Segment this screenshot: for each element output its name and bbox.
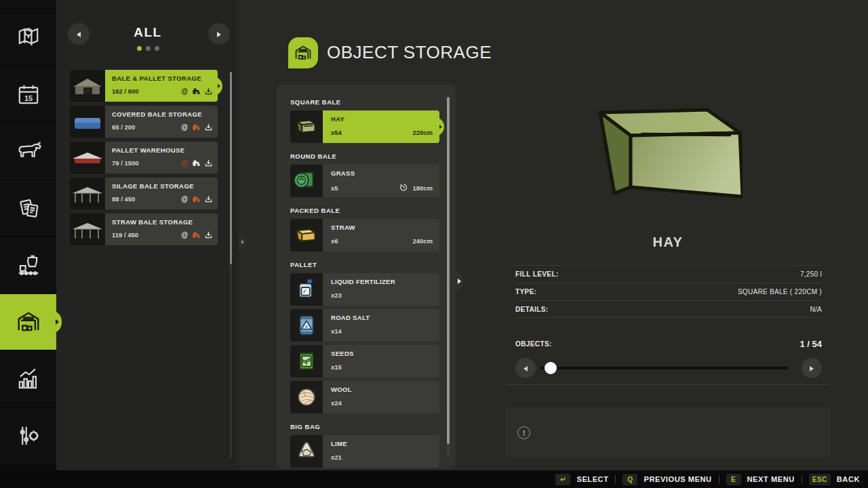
production-icon: [14, 250, 43, 280]
stored-object-item[interactable]: WOOLx24: [290, 381, 439, 413]
key-hint: QPREVIOUS MENU: [623, 474, 711, 485]
keycap: Q: [623, 474, 637, 485]
stored-object-item[interactable]: SEEDSx15: [290, 345, 439, 378]
section-label: PALLET: [290, 261, 456, 268]
objects-row: OBJECTS: 1 / 54: [515, 339, 822, 349]
building-thumbnail: [70, 142, 105, 174]
sidebar-item-settings[interactable]: [0, 408, 56, 464]
next-category-button[interactable]: [208, 23, 230, 45]
slider-next-button[interactable]: [802, 358, 822, 378]
detail-value: N/A: [810, 306, 822, 313]
separator: [505, 384, 831, 385]
building-thumbnail: [70, 178, 105, 209]
hint-divider: [802, 475, 802, 484]
tractor-icon: [192, 195, 201, 203]
hint-divider: [719, 475, 719, 484]
building-name: BALE & PALLET STORAGE: [112, 75, 212, 82]
stored-object-item[interactable]: STRAWx6240cm: [290, 219, 439, 251]
sidebar-item-statistics[interactable]: [0, 351, 56, 407]
building-name: SILAGE BALE STORAGE: [112, 182, 212, 190]
sidebar-item-contracts[interactable]: [0, 180, 56, 236]
sidebar: 15: [0, 0, 56, 470]
objects-scrollbar[interactable]: [447, 97, 450, 456]
object-count: x23: [331, 291, 342, 299]
object-name: STRAW: [331, 224, 433, 231]
unload-icon: [205, 195, 212, 203]
hay-bale-image: [593, 107, 743, 202]
stored-object-item[interactable]: HAYx54220cm: [290, 110, 439, 143]
tractor-icon: [192, 87, 201, 95]
unload-icon: [205, 87, 212, 95]
building-capacity: 65 / 200: [112, 123, 135, 131]
sidebar-item-calendar[interactable]: 15: [0, 66, 56, 122]
storage-building-item[interactable]: BALE & PALLET STORAGE162 / 600@: [70, 70, 218, 102]
slider-prev-button[interactable]: [515, 358, 536, 378]
object-count: x54: [331, 129, 342, 136]
alert-icon: !: [517, 426, 530, 439]
stored-object-item[interactable]: ROAD SALTx14: [290, 309, 439, 342]
stored-object-item[interactable]: LIMEx21: [290, 435, 439, 468]
info-box: !: [505, 407, 831, 458]
objects-count: 1 / 54: [800, 339, 822, 349]
page-dot: [137, 46, 142, 51]
sidebar-item-production[interactable]: [0, 237, 56, 293]
page-dot: [146, 46, 151, 51]
tag-icon: @: [181, 232, 188, 239]
unload-icon: [205, 123, 212, 131]
page-dot: [155, 46, 159, 51]
storage-building-item[interactable]: STRAW BALE STORAGE119 / 450@: [70, 214, 218, 245]
object-count: x14: [331, 327, 342, 335]
expand-panel-arrow[interactable]: [455, 272, 463, 291]
slider-thumb[interactable]: [545, 362, 557, 374]
building-capacity: 79 / 1500: [112, 159, 139, 167]
key-hint-label: NEXT MENU: [747, 475, 795, 483]
calendar-icon: 15: [14, 79, 43, 109]
storage-building-item[interactable]: SILAGE BALE STORAGE88 / 450@: [70, 178, 218, 209]
keycap: E: [726, 474, 741, 485]
selected-notch: [435, 117, 444, 136]
tag-icon: @: [181, 160, 188, 167]
unload-icon: [205, 231, 212, 239]
building-capacity: 119 / 450: [112, 231, 138, 239]
section-label: ROUND BALE: [290, 152, 456, 160]
storage-building-item[interactable]: COVERED BALE STORAGE65 / 200@: [70, 106, 218, 138]
hay-icon: [290, 110, 323, 143]
building-thumbnail: [70, 214, 105, 245]
object-count: x24: [331, 399, 342, 407]
sidebar-item-animals[interactable]: [0, 123, 56, 179]
statistics-icon: [14, 364, 43, 394]
key-hint: ESCBACK: [809, 474, 860, 485]
tag-icon: @: [181, 88, 188, 95]
stored-object-item[interactable]: LIQUID FERTILIZERx23: [290, 273, 439, 306]
object-name: HAY: [331, 115, 433, 123]
sidebar-stub: [0, 0, 56, 8]
sidebar-item-map[interactable]: [0, 9, 56, 65]
building-capacity: 162 / 600: [112, 87, 139, 95]
storage-building-item[interactable]: PALLET WAREHOUSE79 / 1500@: [70, 142, 218, 174]
detail-label: DETAILS:: [515, 306, 549, 313]
map-icon: [14, 22, 43, 52]
buildings-scrollbar[interactable]: [230, 72, 232, 458]
lime-icon: [290, 435, 323, 468]
section-label: PACKED BALE: [290, 207, 456, 214]
collapse-panel-arrow[interactable]: [239, 233, 246, 251]
page-indicator: [57, 46, 239, 51]
contracts-icon: [14, 193, 43, 223]
slider-track[interactable]: [540, 367, 789, 369]
detail-row: DETAILS:N/A: [515, 300, 822, 318]
main-area: OBJECT STORAGE SQUARE BALEHAYx54220cmROU…: [239, 0, 868, 470]
stored-object-item[interactable]: GRASSx5180cm: [290, 165, 439, 197]
key-hint-label: PREVIOUS MENU: [644, 475, 711, 483]
detail-value: SQUARE BALE ( 220CM ): [738, 288, 822, 296]
object-list-panel: SQUARE BALEHAYx54220cmROUND BALEGRASSx51…: [277, 85, 456, 468]
key-hint-label: BACK: [837, 475, 860, 483]
wool-icon: [290, 381, 323, 413]
sidebar-item-storage[interactable]: [0, 294, 56, 350]
key-hint: ENEXT MENU: [726, 474, 795, 485]
object-name: SEEDS: [331, 350, 433, 357]
object-name: ROAD SALT: [331, 314, 433, 321]
object-count: x15: [331, 363, 342, 371]
fertilizer-icon: [290, 273, 323, 306]
unload-icon: [205, 159, 212, 167]
key-hint-label: SELECT: [576, 475, 608, 483]
